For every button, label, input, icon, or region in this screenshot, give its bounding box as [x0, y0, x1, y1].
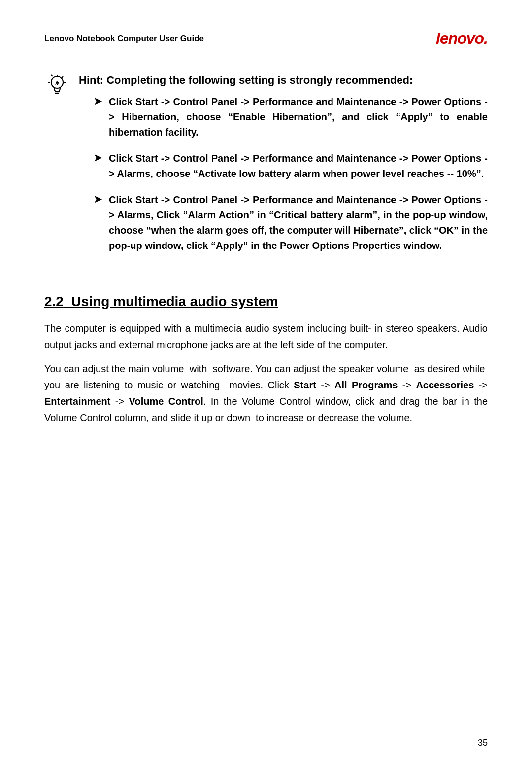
lenovo-logo: lenovo. — [436, 30, 488, 48]
header-title: Lenovo Notebook Computer User Guide — [44, 34, 204, 44]
hint-section: Hint: Completing the following setting i… — [44, 73, 488, 264]
list-item: ➤ Click Start -> Control Panel -> Perfor… — [94, 94, 488, 140]
bullet-arrow-1: ➤ — [94, 95, 102, 107]
list-item: ➤ Click Start -> Control Panel -> Perfor… — [94, 192, 488, 253]
svg-point-11 — [56, 81, 58, 83]
svg-line-7 — [62, 76, 64, 78]
bullet-text-2: Click Start -> Control Panel -> Performa… — [109, 151, 488, 181]
section-paragraph-1: The computer is equipped with a multimed… — [44, 320, 488, 353]
lightbulb-icon — [44, 73, 70, 99]
bullet-arrow-2: ➤ — [94, 152, 102, 164]
section-paragraph-2: You can adjust the main volume with soft… — [44, 361, 488, 426]
bullet-list: ➤ Click Start -> Control Panel -> Perfor… — [94, 94, 488, 253]
section-title: 2.2 Using multimedia audio system — [44, 294, 488, 310]
page-number: 35 — [478, 738, 488, 748]
svg-line-9 — [51, 75, 53, 76]
hint-title: Hint: Completing the following setting i… — [79, 73, 488, 88]
hint-content: Hint: Completing the following setting i… — [79, 73, 488, 264]
bullet-text-3: Click Start -> Control Panel -> Performa… — [109, 192, 488, 253]
bullet-arrow-3: ➤ — [94, 193, 102, 205]
bullet-text-1: Click Start -> Control Panel -> Performa… — [109, 94, 488, 140]
page: Lenovo Notebook Computer User Guide leno… — [0, 0, 532, 773]
page-header: Lenovo Notebook Computer User Guide leno… — [44, 30, 488, 53]
list-item: ➤ Click Start -> Control Panel -> Perfor… — [94, 151, 488, 181]
